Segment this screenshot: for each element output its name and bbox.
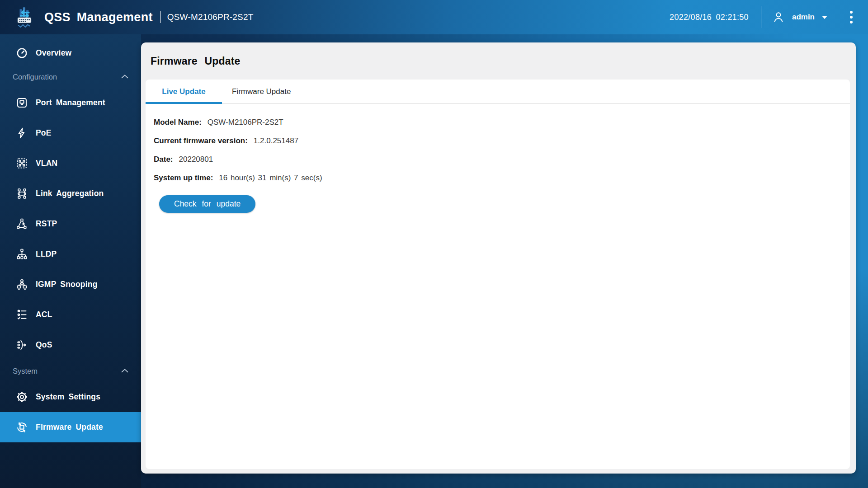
sidebar-item-label: Firmware Update [36,422,103,432]
tabs: Live UpdateFirmware Update [146,80,850,104]
rstp-icon [15,218,28,230]
sidebar-item-overview[interactable]: Overview [0,40,141,66]
qos-icon [15,339,28,352]
section-label: System [13,367,38,375]
sidebar-item-label: RSTP [36,219,57,229]
tab-live-update[interactable]: Live Update [146,80,222,103]
sidebar-section-configuration[interactable]: Configuration [0,66,141,88]
sidebar-item-label: LLDP [36,249,57,259]
field-value: QSW-M2106PR-2S2T [208,118,283,127]
section-label: Configuration [13,73,57,81]
sidebar-nav: OverviewConfigurationPort ManagementPoEV… [0,34,141,442]
field-value: 1.2.0.251487 [254,136,298,145]
sidebar-item-label: IGMP Snooping [36,280,98,289]
poe-icon [15,127,28,140]
sidebar-item-port-management[interactable]: Port Management [0,88,141,118]
sidebar-item-label: Link Aggregation [36,189,104,198]
sidebar-item-label: Port Management [36,98,105,108]
igmp-snooping-icon [15,278,28,291]
user-icon [772,11,785,23]
acl-icon [15,309,28,321]
sidebar-item-poe[interactable]: PoE [0,118,141,148]
qss-logo-icon [14,5,37,29]
link-aggregation-icon [15,188,28,200]
field-value: 16 hour(s) 31 min(s) 7 sec(s) [219,174,322,182]
topbar-divider [761,6,761,28]
main-card: Firmware Update Live UpdateFirmware Upda… [141,42,856,474]
datetime: 2022/08/16 02:21:50 [670,13,749,22]
sidebar-item-label: Overview [36,48,71,58]
chevron-up-icon [118,366,131,376]
sidebar-item-firmware-update[interactable]: Firmware Update [0,412,141,442]
tab-content: Model Name:QSW-M2106PR-2S2TCurrent firmw… [146,104,850,213]
page-title: Firmware Update [151,42,241,80]
device-model: QSW-M2106PR-2S2T [167,12,254,22]
sidebar-item-link-aggregation[interactable]: Link Aggregation [0,178,141,209]
sidebar-item-lldp[interactable]: LLDP [0,239,141,269]
sidebar-item-vlan[interactable]: VLAN [0,148,141,178]
sidebar-item-system-settings[interactable]: System Settings [0,382,141,412]
kebab-menu-icon[interactable] [848,9,854,25]
sidebar-item-label: QoS [36,340,52,350]
sidebar-item-label: System Settings [36,392,100,402]
sidebar-item-label: ACL [36,310,52,319]
user-menu[interactable]: admin [772,11,827,23]
chevron-down-icon [822,16,827,19]
sidebar: OverviewConfigurationPort ManagementPoEV… [0,34,141,488]
sidebar-item-acl[interactable]: ACL [0,300,141,330]
chevron-up-icon [118,72,131,82]
sidebar-item-qos[interactable]: QoS [0,330,141,360]
content-panel: Live UpdateFirmware Update Model Name:QS… [146,80,850,469]
username: admin [792,13,815,22]
app-title: QSS Management [44,10,153,24]
field-list: Model Name:QSW-M2106PR-2S2TCurrent firmw… [154,117,850,183]
sidebar-item-label: VLAN [36,159,57,168]
field-label: System up time: [154,174,213,182]
vlan-icon [15,157,28,170]
lldp-icon [15,248,28,261]
title-separator [160,11,161,23]
system-settings-icon [15,391,28,404]
check-for-update-button[interactable]: Check for update [159,195,255,213]
top-bar: QSS Management QSW-M2106PR-2S2T 2022/08/… [0,0,868,34]
field-row: Current firmware version:1.2.0.251487 [154,136,850,145]
field-row: Date:20220801 [154,155,850,164]
field-label: Current firmware version: [154,136,248,145]
field-label: Model Name: [154,118,202,127]
firmware-update-icon [15,421,28,434]
sidebar-item-label: PoE [36,128,52,138]
port-management-icon [15,97,28,109]
sidebar-item-rstp[interactable]: RSTP [0,209,141,239]
sidebar-item-igmp-snooping[interactable]: IGMP Snooping [0,269,141,300]
overview-icon [15,47,28,59]
field-label: Date: [154,155,173,164]
field-row: System up time:16 hour(s) 31 min(s) 7 se… [154,173,850,183]
tab-firmware-update[interactable]: Firmware Update [222,80,301,103]
field-value: 20220801 [179,155,213,164]
sidebar-section-system[interactable]: System [0,360,141,382]
field-row: Model Name:QSW-M2106PR-2S2T [154,117,850,127]
